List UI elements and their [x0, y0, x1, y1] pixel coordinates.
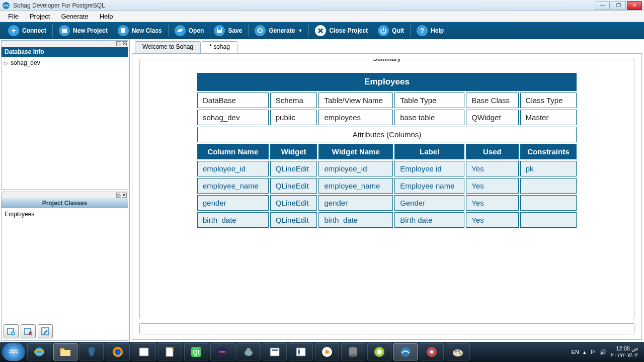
taskbar-firefox[interactable] [106, 343, 130, 360]
taskbar-postgres[interactable] [79, 343, 104, 360]
add-class-button[interactable] [4, 324, 19, 338]
menu-bar: File Project Generate Help [0, 11, 644, 22]
taskbar-db[interactable] [341, 343, 365, 360]
db-tree-item[interactable]: ▷ sohag_dev [5, 59, 125, 67]
taskbar-app1[interactable] [132, 343, 156, 360]
quit-button[interactable]: Quit [373, 22, 409, 39]
svg-rect-9 [218, 28, 221, 30]
close-button[interactable]: ✕ [627, 1, 642, 10]
plug-icon [8, 25, 19, 36]
title-bar: Sohag Developer For PostgreSQL — ❐ ✕ [0, 0, 644, 11]
taskbar-app6[interactable] [367, 343, 391, 360]
connect-button[interactable]: Connect [3, 22, 51, 39]
close-project-icon [315, 25, 326, 36]
svg-point-43 [377, 349, 382, 354]
svg-point-48 [453, 349, 463, 356]
tab-welcome[interactable]: Welcome to Sohag [135, 41, 201, 53]
svg-point-47 [430, 350, 433, 353]
open-button[interactable]: Open [170, 22, 209, 39]
db-name-label: sohag_dev [11, 59, 40, 66]
taskbar-ie[interactable] [27, 343, 51, 360]
tray-volume-icon[interactable]: 🔊 [600, 349, 607, 355]
quit-icon [378, 25, 389, 36]
content-area: Welcome to Sohag * sohag Summary Employe… [130, 39, 644, 342]
open-icon [175, 25, 186, 36]
left-column: ◇✕ Database Info ▷ sohag_dev ◇✕ Project … [0, 39, 130, 342]
tab-bar: Welcome to Sohag * sohag [135, 41, 642, 53]
svg-point-49 [455, 350, 457, 352]
close-project-button[interactable]: Close Project [310, 22, 373, 39]
menu-generate[interactable]: Generate [56, 12, 93, 21]
taskbar-sohag[interactable] [393, 343, 418, 360]
taskbar-app5[interactable] [289, 343, 313, 360]
new-class-button[interactable]: New Class [113, 22, 167, 39]
summary-box: Summary Employees DataBase Schema Table/… [139, 59, 634, 319]
help-icon: ? [417, 25, 428, 36]
generate-button[interactable]: Generate▼ [250, 22, 307, 39]
help-button[interactable]: ?Help [412, 22, 449, 39]
save-button[interactable]: Save [209, 22, 247, 39]
chevron-down-icon: ▼ [298, 28, 302, 33]
project-classes-header: Project Classes [2, 198, 128, 208]
tray-clock[interactable]: 12:08 ص ٢٠١٧/٠٧/٠٢ [611, 345, 638, 358]
menu-project[interactable]: Project [25, 12, 55, 21]
summary-title: Employees [197, 73, 577, 91]
svg-rect-35 [272, 349, 278, 351]
taskbar-qt[interactable]: Qt [184, 343, 208, 360]
svg-point-33 [247, 348, 251, 352]
table-row: employee_nameQLineEditemployee_nameEmplo… [197, 178, 577, 194]
panel-float-icon[interactable]: ◇ [116, 193, 121, 198]
svg-point-41 [349, 354, 357, 357]
svg-point-20 [9, 347, 19, 357]
taskbar-eclipse[interactable] [210, 343, 234, 360]
svg-point-44 [400, 347, 411, 357]
status-input[interactable] [139, 323, 634, 334]
taskbar: Qt EN ▴ 🏳 🔊 12:08 ص ٢٠١٧/٠٧/٠٢ [0, 342, 644, 362]
app-icon [2, 2, 10, 10]
tray-chevron-icon[interactable]: ▴ [583, 349, 586, 355]
summary-label: Summary [369, 59, 405, 62]
table-row: birth_dateQLineEditbirth_dateBirth dateY… [197, 212, 577, 228]
menu-file[interactable]: File [3, 12, 24, 21]
tab-current[interactable]: * sohag [202, 41, 237, 53]
menu-help[interactable]: Help [95, 12, 118, 21]
table-row: genderQLineEditgenderGenderYes [197, 195, 577, 211]
taskbar-media[interactable] [315, 343, 339, 360]
tray-lang[interactable]: EN [572, 349, 579, 355]
panel-float-icon[interactable]: ◇ [116, 41, 121, 46]
taskbar-app2[interactable] [158, 343, 182, 360]
project-classes-panel: ◇✕ Project Classes Employees [1, 192, 128, 341]
new-project-icon [59, 25, 70, 36]
new-class-icon [118, 25, 129, 36]
table-row: employee_idQLineEditemployee_idEmployee … [197, 161, 577, 176]
taskbar-paint[interactable] [446, 343, 470, 360]
new-project-button[interactable]: New Project [54, 22, 113, 39]
class-name-label: Employees [5, 211, 34, 218]
panel-close-icon[interactable]: ✕ [122, 193, 127, 198]
project-classes-actions [2, 322, 128, 340]
minimize-button[interactable]: — [595, 1, 610, 10]
panel-close-icon[interactable]: ✕ [122, 41, 127, 46]
system-tray: EN ▴ 🏳 🔊 12:08 ص ٢٠١٧/٠٧/٠٢ [568, 345, 642, 358]
svg-rect-23 [60, 350, 70, 356]
svg-rect-36 [296, 348, 305, 356]
gear-icon [255, 25, 266, 36]
maximize-button[interactable]: ❐ [611, 1, 626, 10]
svg-text:?: ? [420, 27, 425, 35]
toolbar: Connect New Project New Class Open Save … [0, 22, 644, 39]
tray-flag-icon[interactable]: 🏳 [590, 349, 596, 355]
taskbar-app4[interactable] [263, 343, 287, 360]
svg-rect-34 [270, 348, 279, 356]
class-list-item[interactable]: Employees [5, 210, 125, 218]
save-icon [214, 25, 225, 36]
taskbar-chrome[interactable] [420, 343, 444, 360]
svg-point-51 [459, 352, 461, 354]
svg-point-26 [115, 349, 121, 355]
taskbar-app3[interactable] [236, 343, 261, 360]
remove-class-button[interactable] [21, 324, 36, 338]
taskbar-explorer[interactable] [53, 343, 77, 360]
edit-class-button[interactable] [38, 324, 53, 338]
tree-expander-icon[interactable]: ▷ [5, 60, 9, 66]
svg-rect-24 [60, 348, 64, 350]
start-button[interactable] [2, 343, 25, 361]
